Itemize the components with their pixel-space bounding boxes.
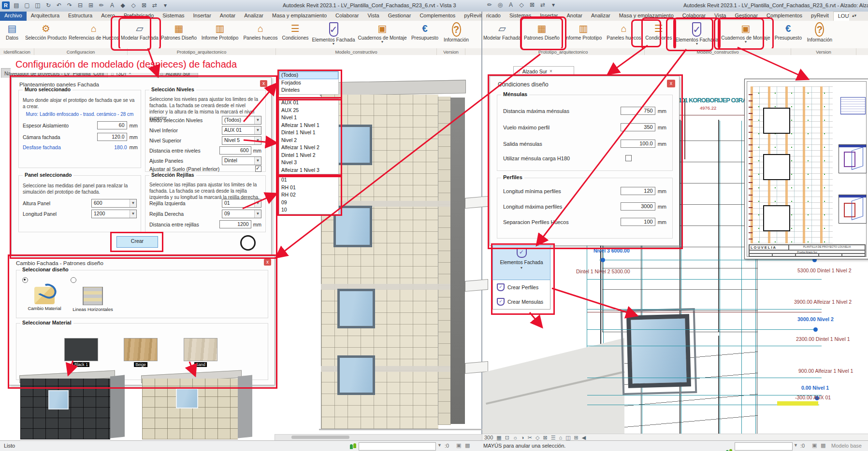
sun-path-icon[interactable]: ☼ — [513, 435, 518, 440]
explorer-icon[interactable]: ▤ — [13, 2, 20, 9]
ribbon-tab[interactable]: Colaborar — [678, 12, 710, 21]
ribbon-tab[interactable]: pyRevit — [807, 12, 833, 21]
material-swatch[interactable]: Beige — [124, 338, 158, 361]
shadows-icon[interactable]: ◑ — [521, 435, 524, 440]
ribbon-tab[interactable]: LOUVELIA — [833, 12, 849, 21]
ribbon-group-label[interactable]: Version — [437, 48, 465, 55]
reveal-hidden-icon[interactable]: ☰ — [551, 435, 556, 441]
ribbon-tab[interactable]: Arquitectura — [27, 12, 64, 21]
ribbon-button[interactable]: ✓ Elementos Fachada ▼ — [311, 21, 356, 48]
ribbon-group-label[interactable]: Configuracion — [34, 48, 128, 55]
list-item[interactable]: AUX 25 — [279, 107, 338, 114]
close-icon[interactable]: x — [667, 80, 675, 87]
ribbon-button[interactable]: ⌂ Paneles huecos — [605, 21, 643, 48]
distancia-rejillas-input[interactable]: 1200 — [219, 220, 251, 228]
ribbon-tab[interactable]: Insertar — [189, 12, 216, 21]
list-item[interactable]: Nivel 2 — [279, 137, 338, 144]
temporary-view-icon[interactable]: ⌂ — [559, 435, 563, 440]
constraints-icon[interactable]: ⊞ — [574, 435, 579, 441]
worksets-icon[interactable] — [726, 449, 733, 451]
ribbon-tab[interactable]: Sistemas — [505, 12, 535, 21]
ribbon-tab[interactable]: Masa y emplazamiento — [268, 12, 331, 21]
ribbon-tab[interactable]: Sistemas — [158, 12, 188, 21]
ribbon-tab[interactable]: Acero — [97, 12, 119, 21]
swap-icon[interactable]: ⇄ — [539, 1, 547, 8]
dialog-planteamiento-paneles[interactable]: Planteamiento paneles Fachada x Muro sel… — [11, 77, 272, 256]
radio-icon[interactable] — [22, 277, 28, 283]
ribbon-tab[interactable]: Analizar — [240, 12, 268, 21]
horizontal-scrollbar[interactable] — [275, 434, 482, 441]
modo-niveles-select[interactable]: (Todos)▼ — [222, 116, 261, 125]
rejilla-izquierda-select[interactable]: 01▼ — [222, 199, 261, 208]
ribbon-button[interactable]: ▣ Cuadernos de Montaje ▼ — [719, 21, 772, 48]
ribbon-button[interactable]: ▤ Datos — [0, 21, 24, 48]
ribbon-tab[interactable]: Estructura — [64, 12, 97, 21]
list-item[interactable]: RH 01 — [279, 184, 338, 192]
value-input[interactable]: 100.0 — [621, 140, 655, 148]
workset-select[interactable] — [735, 442, 793, 451]
value-input[interactable]: 350 — [621, 123, 655, 131]
select-toggle-icon[interactable]: ▩ — [821, 442, 825, 449]
print-icon[interactable]: ⊟ — [76, 2, 84, 9]
editable-only-icon[interactable]: ▣ — [812, 442, 817, 449]
ribbon-button[interactable]: ⌂ Referencias de Huecos — [68, 21, 120, 48]
cube-icon[interactable]: ◆ — [119, 2, 127, 9]
list-item[interactable]: Alfeizar 1 Nivel 1 — [279, 122, 338, 129]
ribbon-group-label[interactable]: Prototipo_arquitectonico — [128, 48, 276, 55]
ribbon-tab[interactable]: Anotar — [563, 12, 587, 21]
camara-input[interactable]: 120.0 — [97, 133, 127, 141]
diamond-icon[interactable]: ◇ — [130, 2, 137, 9]
diseno-option[interactable]: Cambio Material — [22, 276, 67, 311]
chevron-left-icon[interactable]: ◀ — [582, 435, 586, 441]
chevron-down-icon[interactable]: ▼ — [437, 443, 442, 448]
ribbon-button[interactable]: ⚙ Selección Producto — [24, 21, 68, 48]
ribbon-button[interactable]: € Presupuesto — [409, 21, 441, 48]
list-item[interactable]: RH 02 — [279, 191, 338, 199]
undo-icon[interactable]: ↶ — [55, 2, 63, 9]
ribbon-button[interactable]: ⌂ Paneles huecos — [242, 21, 279, 48]
ajuste-paneles-select[interactable]: Dintel▼ — [222, 156, 261, 165]
list-item[interactable]: (Todos) — [279, 71, 338, 79]
ribbon-button[interactable]: ▣ Cuadernos de Montaje ▼ — [356, 21, 409, 48]
list-item[interactable]: Alfeizar 1 Nivel 3 — [279, 167, 338, 174]
value-input[interactable]: 3000 — [621, 202, 655, 211]
target-icon[interactable]: ◎ — [496, 1, 504, 8]
save-icon[interactable]: ◫ — [34, 2, 42, 9]
radio-icon[interactable] — [71, 277, 76, 283]
section-icon[interactable]: ⊠ — [528, 1, 536, 8]
quick-access-toolbar-right[interactable]: ✏◎A◇⊠⇄▾ — [486, 1, 557, 8]
ribbon-button[interactable]: ☰ Condiciones — [643, 21, 675, 48]
view-scale[interactable]: 300 — [484, 435, 493, 440]
text-icon[interactable]: A — [108, 2, 116, 9]
muro-link[interactable]: Muro: Ladrillo enfoscado - trasd. cerámi… — [19, 112, 141, 117]
swap-icon[interactable]: ⇄ — [151, 2, 159, 9]
distancia-niveles-input[interactable]: 600 — [219, 146, 251, 155]
select-toggle-icon[interactable]: ▩ — [465, 442, 470, 449]
material-sample[interactable] — [184, 338, 217, 361]
editable-only-icon[interactable]: ▣ — [456, 442, 461, 449]
crop-region-icon[interactable]: ◇ — [535, 435, 539, 441]
pen-icon[interactable]: ✏ — [98, 2, 105, 9]
grid-icon[interactable]: ⊞ — [87, 2, 95, 9]
nivel-superior-select[interactable]: Nivel 5▼ — [222, 136, 261, 145]
ribbon-collapse-icon[interactable]: ▴▾ — [849, 12, 859, 21]
nivel-inferior-select[interactable]: AUX 01▼ — [222, 126, 261, 135]
close-icon[interactable]: x — [260, 80, 267, 87]
ribbon-group-label[interactable]: Prototipo_arquitectonico — [482, 48, 645, 55]
ribbon-tab[interactable]: Masa y emplazamiento — [615, 12, 678, 21]
list-item[interactable]: 09 — [279, 199, 338, 207]
grid-icon[interactable]: ▦ — [496, 435, 501, 441]
ribbon-tab[interactable]: Vista — [710, 12, 730, 21]
sheet-preview[interactable]: LOUVELIA PLANTILLA DE PROYECTO LOUVELIA … — [744, 79, 868, 259]
list-item[interactable]: Forjados — [279, 79, 338, 87]
list-item[interactable]: Dintel 1 Nivel 1 — [279, 129, 338, 137]
ribbon-group-label[interactable]: Version — [791, 48, 856, 55]
ribbon-tab[interactable]: Gestionar — [730, 12, 762, 21]
list-item[interactable]: Alfeizar 1 Nivel 2 — [279, 144, 338, 152]
ribbon-button[interactable]: ? Información — [441, 21, 472, 48]
ribbon-tab[interactable]: Prefabricado — [119, 12, 158, 21]
ribbon-button[interactable]: ▥ Informe Prototipo — [198, 21, 242, 48]
list-item[interactable]: Dintel 1 Nivel 2 — [279, 152, 338, 159]
material-swatch[interactable]: Sand — [184, 338, 217, 361]
value-input[interactable]: 750 — [621, 107, 655, 115]
